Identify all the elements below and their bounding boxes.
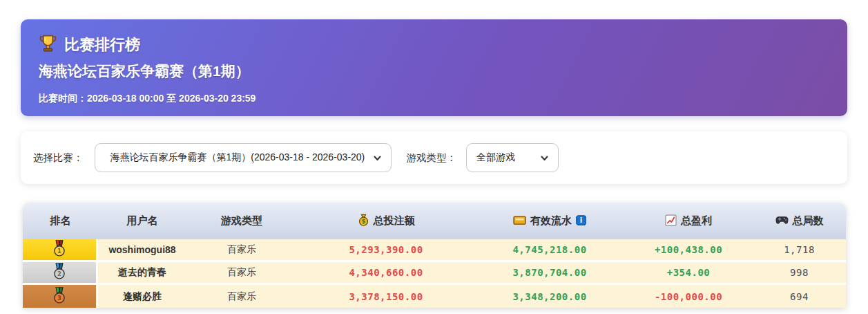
total-bet-cell: 3,378,150.00 [297,285,475,308]
username-column-header: 用户名 [98,203,186,239]
username-cell: 逢赌必胜 [98,285,186,308]
table-row: 1 woshimogui88 百家乐 5,293,390.00 4,745,21… [23,239,846,262]
rounds-cell: 694 [753,285,846,308]
rounds-cell: 998 [753,262,846,283]
gold-medal-icon: 1 [52,240,66,259]
game-type-select[interactable]: 全部游戏 [466,143,559,172]
silver-medal-icon: 2 [52,263,66,282]
svg-text:$: $ [361,218,365,225]
total-bet-cell: 5,293,390.00 [297,239,475,260]
game-type-cell: 百家乐 [186,239,297,260]
hero-banner: 比赛排行榜 海燕论坛百家乐争霸赛（第1期） 比赛时间：2026-03-18 00… [21,19,847,116]
competition-select-value: 海燕论坛百家乐争霸赛（第1期）(2026-03-18 - 2026-03-20) [110,151,365,164]
svg-text:i: i [580,216,583,224]
page-title: 比赛排行榜 [64,35,140,55]
table-row: 2 逝去的青春 百家乐 4,340,660.00 3,870,704.00 +3… [23,262,846,285]
credit-card-icon [513,215,526,228]
competition-time: 比赛时间：2026-03-18 00:00 至 2026-03-20 23:59 [39,93,829,105]
game-type-column-header: 游戏类型 [186,203,297,239]
info-icon[interactable]: i [576,215,586,228]
competition-subtitle: 海燕论坛百家乐争霸赛（第1期） [39,62,829,81]
competition-select[interactable]: 海燕论坛百家乐争霸赛（第1期）(2026-03-18 - 2026-03-20) [95,143,392,172]
trophy-icon [39,34,57,55]
chevron-down-icon [541,152,548,163]
turnover-cell: 4,745,218.00 [475,239,624,260]
svg-text:1: 1 [57,248,61,255]
rank-cell: 1 [23,239,98,260]
profit-column-header: 总盈利 [624,203,753,239]
competition-select-label: 选择比赛： [33,151,84,165]
chart-up-icon [665,214,677,228]
username-cell: 逝去的青春 [98,262,186,283]
rank-cell: 2 [23,262,98,283]
svg-text:3: 3 [57,295,61,302]
game-type-select-value: 全部游戏 [476,151,515,164]
bronze-medal-icon: 3 [52,287,66,306]
total-bet-cell: 4,340,660.00 [297,262,475,283]
rank-cell: 3 [23,285,98,308]
turnover-cell: 3,870,704.00 [475,262,624,283]
rounds-cell: 1,718 [753,239,846,260]
profit-cell: +100,438.00 [624,239,753,260]
game-type-cell: 百家乐 [186,285,297,308]
chevron-down-icon [374,152,381,163]
rank-column-header: 排名 [23,203,98,239]
profit-cell: +354.00 [624,262,753,283]
money-bag-icon: $ [358,214,369,228]
rounds-column-header: 总局数 [753,203,846,239]
leaderboard-table: 排名 用户名 游戏类型 $ 总投注额 有效流水 [23,203,846,308]
total-bet-column-header: $ 总投注额 [297,203,475,239]
game-type-select-label: 游戏类型： [407,151,457,165]
turnover-column-header: 有效流水 i [475,203,624,239]
turnover-cell: 3,348,200.00 [475,285,624,308]
filter-card: 选择比赛： 海燕论坛百家乐争霸赛（第1期）(2026-03-18 - 2026-… [21,131,847,184]
username-cell: woshimogui88 [98,239,186,260]
profit-cell: -100,000.00 [624,285,753,308]
table-row: 3 逢赌必胜 百家乐 3,378,150.00 3,348,200.00 -10… [23,285,846,308]
svg-text:2: 2 [57,270,61,277]
table-header-row: 排名 用户名 游戏类型 $ 总投注额 有效流水 [23,203,846,239]
game-type-cell: 百家乐 [186,262,297,283]
gamepad-icon [775,215,789,227]
